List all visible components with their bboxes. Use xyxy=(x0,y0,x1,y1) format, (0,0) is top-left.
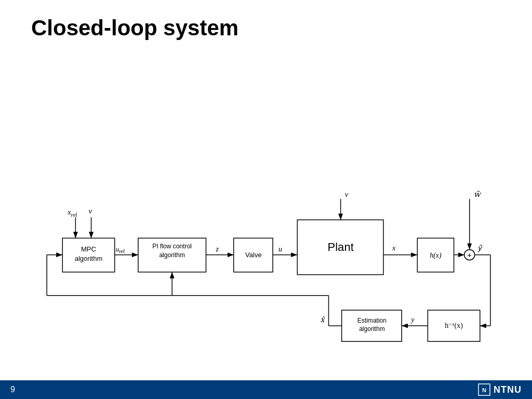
wtilde-label: w̃ xyxy=(474,190,482,198)
hinvx-label: h⁻¹(x) xyxy=(445,321,463,330)
diagram-area: MPC algorithm PI flow control algorithm … xyxy=(31,51,501,342)
u-label: u xyxy=(278,245,282,253)
diagram-svg: MPC algorithm PI flow control algorithm … xyxy=(31,51,501,342)
valve-label: Valve xyxy=(245,251,262,259)
pi-label-1: PI flow control xyxy=(152,243,192,250)
slide: Closed-loop system MPC algorithm PI f xyxy=(0,0,532,399)
sum-plus: + xyxy=(468,251,472,259)
slide-content: Closed-loop system MPC algorithm PI f xyxy=(0,0,532,380)
page-number: 9 xyxy=(10,385,15,394)
hx-label: h(x) xyxy=(430,251,442,260)
plant-label: Plant xyxy=(327,241,353,254)
estimation-label-1: Estimation xyxy=(357,317,387,324)
mpc-label-2: algorithm xyxy=(75,255,103,262)
footer-bar: 9 N NTNU xyxy=(0,380,532,399)
x-label: x xyxy=(392,244,396,252)
v-plant-label: v xyxy=(345,190,349,198)
v-topleft-label: v xyxy=(88,207,92,215)
ntnu-icon: N xyxy=(478,383,490,396)
slide-title: Closed-loop system xyxy=(31,16,501,41)
estimation-label-2: algorithm xyxy=(359,325,385,332)
y-label: y xyxy=(410,315,415,324)
ntnu-logo-text: NTNU xyxy=(494,384,522,395)
z-label: z xyxy=(216,245,219,253)
uref-label: uref xyxy=(116,245,125,254)
ytilde-label: ỹ xyxy=(477,244,483,252)
pi-label-2: algorithm xyxy=(159,251,185,259)
svg-text:N: N xyxy=(482,387,486,393)
xref-label: xref xyxy=(67,208,77,218)
footer-logo: N NTNU xyxy=(478,383,522,396)
xhat-label: x̂ xyxy=(320,315,325,324)
mpc-label-1: MPC xyxy=(81,245,96,253)
